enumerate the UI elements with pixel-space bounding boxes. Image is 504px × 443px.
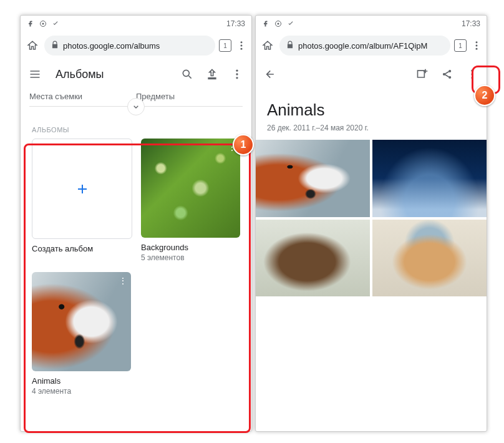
- svg-point-17: [471, 70, 473, 72]
- chevron-down-icon[interactable]: [127, 98, 145, 115]
- upload-icon[interactable]: [205, 67, 219, 81]
- thumb-more-icon[interactable]: ⋮: [119, 276, 127, 286]
- svg-point-5: [183, 70, 189, 76]
- chrome-icon: [39, 20, 47, 27]
- album-title: Animals: [32, 376, 131, 386]
- url-field[interactable]: photos.google.com/albums: [44, 36, 215, 56]
- tab-things[interactable]: Предметы: [136, 92, 243, 105]
- albums-section-label: АЛЬБОМЫ: [21, 117, 251, 139]
- annotation-badge-1: 1: [233, 134, 254, 155]
- status-bar: 17:33: [21, 16, 251, 32]
- url-field[interactable]: photos.google.com/album/AF1QipM: [279, 36, 450, 56]
- facebook-icon: [27, 20, 34, 27]
- browser-more-icon[interactable]: [235, 40, 248, 51]
- lock-icon: [51, 41, 59, 51]
- photo-item[interactable]: [256, 140, 370, 217]
- plus-icon: [75, 182, 90, 197]
- tabs-button[interactable]: 1: [454, 39, 467, 52]
- status-time: 17:33: [226, 19, 245, 28]
- more-icon[interactable]: [230, 67, 244, 81]
- svg-point-4: [241, 48, 243, 50]
- browser-more-icon[interactable]: [470, 40, 483, 51]
- url-text: photos.google.com/albums: [63, 41, 160, 51]
- svg-point-3: [241, 45, 243, 47]
- back-icon[interactable]: [263, 67, 277, 81]
- album-grid: Создать альбом ⋮ Backgrounds 5 элементов…: [21, 139, 251, 396]
- page-title: Альбомы: [56, 68, 104, 81]
- facebook-icon: [262, 20, 269, 27]
- album-title: Backgrounds: [141, 243, 240, 252]
- create-album-card[interactable]: Создать альбом: [32, 139, 131, 262]
- expand-divider: [21, 106, 251, 117]
- svg-point-10: [278, 23, 279, 25]
- svg-point-12: [476, 45, 478, 47]
- tabs-count: 1: [223, 42, 227, 49]
- check-icon: [287, 20, 294, 27]
- tabs-count: 1: [458, 42, 462, 49]
- svg-point-7: [236, 73, 238, 75]
- lock-icon: [286, 41, 294, 51]
- annotation-badge-2: 2: [474, 85, 495, 106]
- menu-icon[interactable]: [28, 67, 42, 81]
- share-icon[interactable]: [440, 67, 454, 81]
- svg-point-2: [241, 41, 243, 43]
- album-date-range: 26 дек. 2011 г.–24 мая 2020 г.: [267, 124, 475, 132]
- add-photo-icon[interactable]: [415, 67, 429, 81]
- search-icon[interactable]: [180, 67, 194, 81]
- chrome-icon: [274, 20, 282, 27]
- album-count: 4 элемента: [32, 387, 131, 396]
- browser-url-bar: photos.google.com/albums 1: [21, 32, 251, 59]
- app-bar: Альбомы: [21, 59, 251, 89]
- album-thumbnail: ⋮: [141, 139, 240, 238]
- tabs-button[interactable]: 1: [219, 39, 231, 52]
- svg-point-11: [476, 41, 478, 43]
- tab-places[interactable]: Места съемки: [29, 92, 136, 105]
- url-text: photos.google.com/album/AF1QipM: [298, 41, 427, 51]
- screenshot-1: 17:33 photos.google.com/albums 1 Альбомы: [20, 15, 252, 432]
- svg-point-8: [236, 77, 238, 79]
- svg-point-13: [476, 48, 478, 50]
- album-action-bar: [256, 59, 487, 89]
- svg-point-1: [42, 23, 44, 25]
- album-header: Animals 26 дек. 2011 г.–24 мая 2020 г.: [256, 89, 487, 137]
- check-icon: [52, 20, 59, 27]
- status-bar: 17:33: [256, 16, 487, 32]
- browser-url-bar: photos.google.com/album/AF1QipM 1: [256, 32, 487, 59]
- album-thumbnail: ⋮: [32, 272, 131, 371]
- home-button[interactable]: [24, 40, 41, 51]
- svg-point-6: [236, 70, 238, 72]
- create-album-label: Создать альбом: [32, 244, 131, 253]
- album-count: 5 элементов: [141, 253, 240, 262]
- album-backgrounds[interactable]: ⋮ Backgrounds 5 элементов: [141, 139, 240, 262]
- svg-point-19: [471, 77, 473, 79]
- photo-item[interactable]: [372, 140, 487, 217]
- home-button[interactable]: [259, 40, 276, 51]
- svg-point-18: [471, 73, 473, 75]
- photo-item[interactable]: [256, 220, 370, 297]
- album-animals[interactable]: ⋮ Animals 4 элемента: [32, 272, 131, 396]
- more-icon[interactable]: [465, 67, 479, 81]
- status-time: 17:33: [462, 19, 480, 28]
- screenshot-2: 17:33 photos.google.com/album/AF1QipM 1: [255, 15, 487, 432]
- photo-item[interactable]: [372, 220, 487, 297]
- album-title: Animals: [267, 100, 475, 120]
- photo-grid: [256, 137, 487, 296]
